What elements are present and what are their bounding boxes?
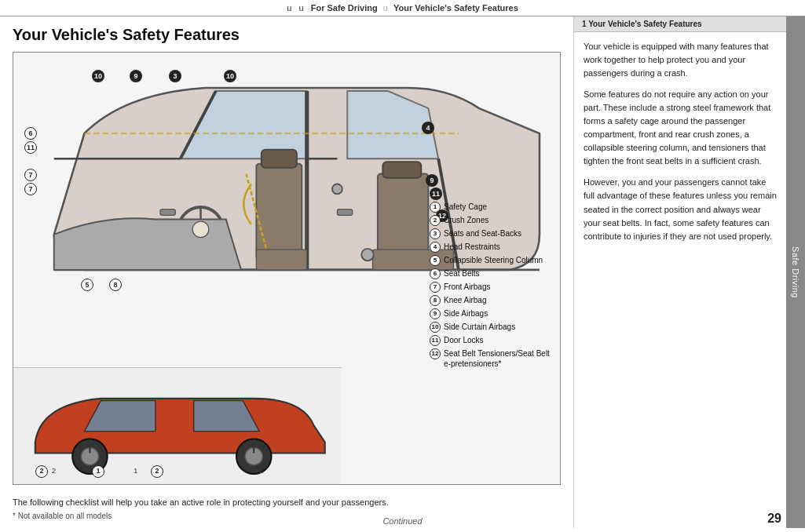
sidebar-content: Your vehicle is equipped with many featu… [574,32,786,528]
diagram-box: 10 9 3 10 6 11 7 7 4 [13,52,561,485]
legend-label-10: Side Curtain Airbags [444,322,515,332]
svg-rect-19 [337,210,352,216]
legend-label-7: Front Airbags [444,282,490,292]
legend-num-10: 10 [430,322,441,333]
legend-num-11: 11 [430,335,441,346]
legend-item-4: 4 Head Restraints [430,242,554,253]
legend-num-8: 8 [430,295,441,306]
right-sidebar-container: 1 Your Vehicle's Safety Features Your ve… [574,16,805,528]
badge-3-top: 3 [169,70,181,82]
legend-item-6: 6 Seat Belts [430,268,554,279]
legend-item-2: 2 Crush Zones [430,215,554,226]
nav-part1: u u For Safe Driving [287,3,378,13]
badge-7-upper: 7 [24,169,37,181]
legend-label-11: Door Locks [444,335,484,345]
sidebar-section-title: 1 Your Vehicle's Safety Features [574,16,786,32]
badge-10-topright: 10 [224,70,236,82]
svg-rect-18 [160,210,175,216]
svg-point-14 [192,221,209,238]
legend-num-7: 7 [430,282,441,293]
legend-label-3: Seats and Seat-Backs [444,228,521,239]
legend-item-9: 9 Side Airbags [430,308,554,319]
sidebar-para-3: However, you and your passengers cannot … [584,176,777,242]
legend-item-3: 3 Seats and Seat-Backs [430,228,554,239]
legend-label-9: Side Airbags [444,308,488,319]
tab-strip-label: Safe Driving [791,246,800,298]
safe-driving-tab: Safe Driving [786,16,805,528]
legend-num-3: 3 [430,228,441,239]
legend-item-11: 11 Door Locks [430,335,554,346]
svg-rect-6 [378,174,428,260]
page-title: Your Vehicle's Safety Features [13,26,561,44]
svg-rect-5 [256,250,306,270]
legend-num-2: 2 [430,215,441,226]
svg-rect-8 [262,150,297,168]
svg-text:2: 2 [52,466,56,475]
small-car-diagram: 2 1 2 2 1 2 [13,367,342,483]
sidebar-para-1: Your vehicle is equipped with many featu… [584,40,777,80]
legend-label-8: Knee Airbag [444,295,487,305]
left-content: Your Vehicle's Safety Features [0,16,574,528]
legend-item-5: 5 Collapsible Steering Column [430,255,554,266]
badge-6: 6 [24,127,37,140]
legend-num-12: 12 [430,348,441,359]
badge-2-left: 2 [35,465,48,478]
badge-2-right: 2 [151,465,163,478]
nav-separator: u [381,3,390,13]
svg-point-20 [361,249,373,261]
badge-1-bottom: 1 [92,465,104,478]
legend-item-7: 7 Front Airbags [430,282,554,293]
continued-label: Continued [382,516,422,526]
legend-label-6: Seat Belts [444,268,480,279]
right-sidebar: 1 Your Vehicle's Safety Features Your ve… [574,16,786,528]
badge-11-right: 11 [430,188,442,200]
legend-label-2: Crush Zones [444,215,488,225]
legend-item-12: 12 Seat Belt Tensioners/Seat Belt e-pret… [430,348,554,369]
svg-rect-9 [382,162,421,178]
legend-label-5: Collapsible Steering Column [444,255,543,265]
sidebar-para-2: Some features do not require any action … [584,88,777,168]
svg-rect-4 [256,164,302,260]
svg-point-17 [332,184,342,194]
badge-9-right: 9 [426,174,438,187]
badge-10-topleft: 10 [92,70,104,82]
legend-num-6: 6 [430,268,441,279]
badge-5: 5 [81,279,93,291]
svg-text:2: 2 [259,466,263,475]
legend-label-12: Seat Belt Tensioners/Seat Belt e-pretens… [444,348,554,369]
legend-label-4: Head Restraints [444,242,500,252]
legend-num-4: 4 [430,242,441,253]
nav-part2: Your Vehicle's Safety Features [393,3,518,13]
legend-area: 1 Safety Cage 2 Crush Zones 3 Seats and … [430,202,554,369]
legend-num-5: 5 [430,255,441,266]
footnote: * Not available on all models [13,512,561,520]
badge-11-left: 11 [24,141,37,154]
legend-label-1: Safety Cage [444,202,487,212]
legend-item-8: 8 Knee Airbag [430,295,554,306]
badge-9-top: 9 [130,70,142,82]
legend-num-9: 9 [430,308,441,319]
legend-item-1: 1 Safety Cage [430,202,554,213]
top-nav: u u For Safe Driving u Your Vehicle's Sa… [0,0,805,16]
page-number: 29 [767,512,781,526]
svg-text:1: 1 [134,466,137,475]
bottom-text: The following checklist will help you ta… [13,496,561,509]
legend-item-10: 10 Side Curtain Airbags [430,322,554,333]
badge-4: 4 [422,122,434,134]
legend-num-1: 1 [430,202,441,213]
badge-7-lower: 7 [24,183,37,195]
badge-8: 8 [109,279,122,291]
